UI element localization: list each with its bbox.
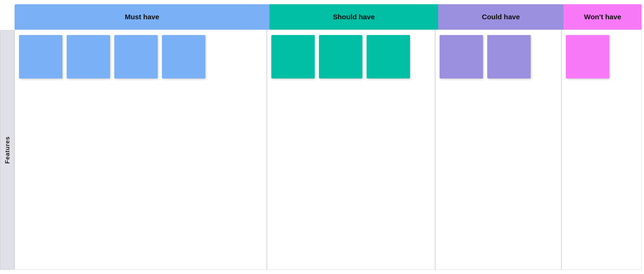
headers-row: Must have Should have Could have Won't h… xyxy=(14,4,642,30)
row-label: Features xyxy=(4,136,11,164)
card[interactable] xyxy=(19,35,62,79)
column-header-wont-have: Won't have xyxy=(564,4,642,30)
column-header-should-have: Should have xyxy=(270,4,438,30)
board: Features Must have Should have Could hav… xyxy=(0,0,644,274)
card[interactable] xyxy=(366,35,410,79)
column-body-must-have xyxy=(14,30,267,270)
column-header-must-have: Must have xyxy=(14,4,270,30)
card[interactable] xyxy=(319,35,362,79)
card[interactable] xyxy=(162,35,205,79)
column-body-could-have xyxy=(435,30,562,270)
bodies-row xyxy=(14,30,642,270)
column-body-wont-have xyxy=(562,30,642,270)
column-body-should-have xyxy=(267,30,435,270)
row-label-box: Features xyxy=(0,30,14,270)
must-have-label: Must have xyxy=(125,13,159,21)
card[interactable] xyxy=(566,35,609,79)
columns-section: Must have Should have Could have Won't h… xyxy=(14,4,642,270)
card[interactable] xyxy=(440,35,483,79)
should-have-label: Should have xyxy=(333,13,374,21)
card[interactable] xyxy=(114,35,158,79)
column-header-could-have: Could have xyxy=(438,4,564,30)
card[interactable] xyxy=(67,35,110,79)
could-have-label: Could have xyxy=(482,13,520,21)
card[interactable] xyxy=(271,35,315,79)
wont-have-label: Won't have xyxy=(584,13,621,21)
card[interactable] xyxy=(487,35,531,79)
